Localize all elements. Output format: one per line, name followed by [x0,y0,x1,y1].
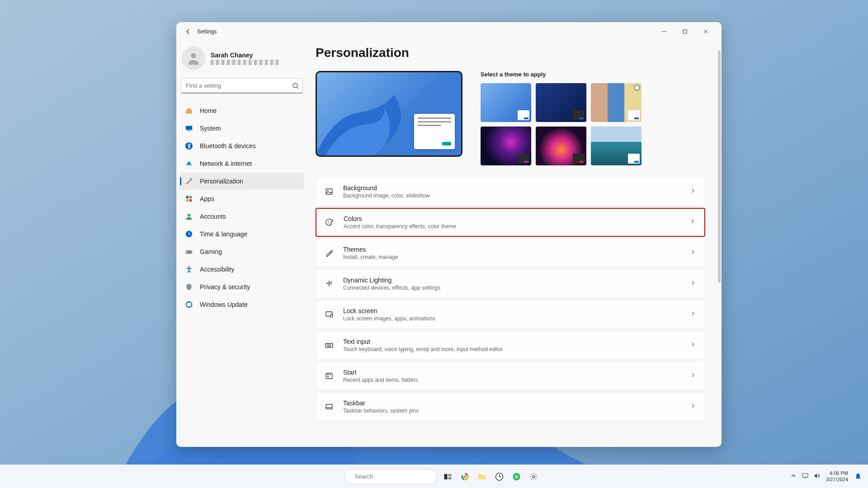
setting-item-themes[interactable]: Themes Install, create, manage [316,239,705,267]
main-content: Personalization Select a theme to apply [307,41,722,447]
setting-item-textinput[interactable]: Text input Touch keyboard, voice typing,… [316,331,705,360]
search-input[interactable] [181,78,303,94]
maximize-button[interactable] [675,24,695,39]
setting-item-taskbar[interactable]: Taskbar Taskbar behaviors, system pins [316,392,705,421]
svg-point-21 [327,190,329,192]
close-button[interactable] [695,24,716,39]
sidebar-item-network[interactable]: Network & internet [180,155,304,172]
svg-line-4 [297,87,298,89]
taskbar-search-input[interactable] [355,473,431,480]
svg-rect-11 [186,199,189,202]
setting-item-colors[interactable]: Colors Accent color, transparency effect… [316,208,705,237]
theme-card-3[interactable] [591,83,642,122]
bloom-icon [316,81,430,157]
system-icon [184,124,193,133]
titlebar: Settings [176,22,722,41]
settings-icon[interactable] [527,470,541,483]
chevron-right-icon [689,249,697,258]
svg-rect-55 [802,474,808,477]
svg-point-18 [188,266,190,268]
background-icon [324,187,334,197]
svg-line-42 [351,477,351,477]
svg-rect-43 [444,474,448,479]
lockscreen-icon [324,310,334,319]
theme-card-4[interactable] [481,127,531,165]
taskbar: 4:06 PM 3/27/2024 [0,465,868,488]
sidebar-item-personalization[interactable]: Personalization [180,173,304,190]
tray-datetime[interactable]: 4:06 PM 3/27/2024 [826,470,848,482]
svg-rect-39 [326,404,332,409]
accessibility-icon [184,265,193,274]
sidebar-item-system[interactable]: System [180,120,304,137]
sidebar-item-update[interactable]: Windows Update [180,296,304,313]
theme-grid [481,83,705,165]
sidebar-item-accessibility[interactable]: Accessibility [180,261,304,278]
profile-name: Sarah Chaney [211,52,278,59]
setting-item-start[interactable]: Start Recent apps and items, folders [316,361,705,390]
svg-rect-10 [189,196,192,198]
chevron-right-icon [689,187,697,196]
back-button[interactable] [182,25,194,38]
sidebar-item-label: System [200,125,221,132]
spotify-icon[interactable] [510,470,524,483]
sidebar-item-label: Home [200,107,217,114]
tray-chevron-icon[interactable] [790,472,797,481]
sidebar-item-home[interactable]: Home [180,102,304,119]
settings-window: Settings Sarah Chaney [176,22,722,447]
sidebar-item-time[interactable]: Time & language [180,225,304,243]
clock-app-icon[interactable] [493,470,506,483]
setting-title: Text input [343,338,680,345]
sidebar-item-gaming[interactable]: Gaming [180,243,304,260]
task-view-button[interactable] [441,470,455,483]
setting-title: Themes [343,246,680,253]
sidebar-item-label: Windows Update [200,301,248,308]
theme-card-2[interactable] [536,83,586,122]
scrollbar[interactable] [718,50,721,438]
theme-card-6[interactable] [591,127,642,165]
svg-point-48 [464,475,467,478]
setting-item-dynamic[interactable]: Dynamic Lighting Connected devices, effe… [316,269,705,298]
minimize-button[interactable] [654,24,675,39]
textinput-icon [324,340,334,350]
profile-block[interactable]: Sarah Chaney [178,44,306,78]
sidebar-item-label: Personalization [200,178,243,185]
file-explorer-icon[interactable] [476,470,489,483]
preview-window-mock [414,114,455,149]
setting-title: Dynamic Lighting [343,277,680,284]
svg-rect-38 [329,376,330,377]
chevron-right-icon [689,310,697,319]
start-button[interactable] [328,470,341,483]
taskbar-search[interactable] [345,469,438,484]
page-title: Personalization [316,46,705,60]
svg-rect-1 [683,30,687,33]
settings-list: Background Background image, color, slid… [316,177,705,421]
svg-point-24 [330,224,330,225]
chevron-right-icon [689,218,696,227]
svg-rect-5 [186,126,192,130]
theme-card-1[interactable] [481,83,531,122]
sidebar-item-bluetooth[interactable]: Bluetooth & devices [180,137,304,155]
sidebar: Sarah Chaney HomeSystemBluetooth & devic… [176,41,307,447]
setting-item-lockscreen[interactable]: Lock screen Lock screen images, apps, an… [316,300,705,329]
taskbar-icon [324,402,334,412]
notifications-icon[interactable] [854,472,863,481]
theme-card-5[interactable] [536,127,586,165]
svg-point-16 [190,251,191,252]
svg-point-54 [533,475,535,478]
setting-item-background[interactable]: Background Background image, color, slid… [316,177,705,206]
chrome-icon[interactable] [458,470,472,483]
svg-rect-34 [327,374,328,375]
sidebar-item-apps[interactable]: Apps [180,190,304,207]
svg-point-41 [350,476,351,477]
sidebar-item-accounts[interactable]: Accounts [180,208,304,225]
setting-title: Lock screen [343,307,680,314]
search-icon [350,473,351,480]
sidebar-item-privacy[interactable]: Privacy & security [180,278,304,296]
search-icon [292,82,299,91]
tray-monitor-icon[interactable] [802,472,809,481]
apps-icon [184,194,193,203]
svg-point-3 [293,83,297,88]
svg-rect-26 [330,315,333,317]
tray-volume-icon[interactable] [813,472,821,481]
desktop-preview[interactable] [316,71,462,157]
